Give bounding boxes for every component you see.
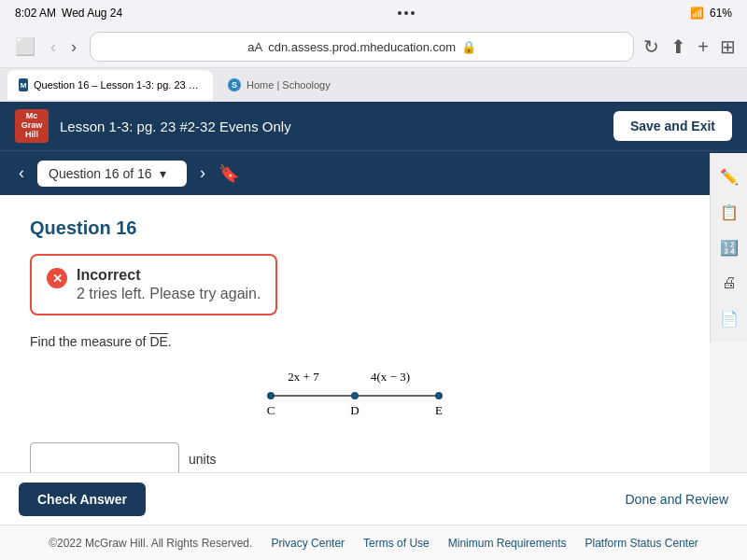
printer-tool-button[interactable]: 🖨 [713,267,745,299]
point-label-c: C [267,403,275,417]
dot2 [404,11,408,15]
tab-favicon-schoology: S [228,78,241,91]
tab-label-question16: Question 16 – Lesson 1-3: pg. 23 #2-32 E… [34,79,202,91]
answer-row: units [30,442,680,476]
address-bar[interactable]: aA cdn.assess.prod.mheducation.com 🔒 [90,32,634,62]
forward-button[interactable]: › [67,35,80,59]
question-prompt: Find the measure of DE. [30,334,680,349]
incorrect-subtitle: 2 tries left. Please try again. [77,286,261,302]
prev-question-button[interactable]: ‹ [15,160,28,187]
incorrect-message: Incorrect 2 tries left. Please try again… [77,267,261,302]
prompt-text: Find the measure of [30,334,149,349]
check-answer-button[interactable]: Check Answer [19,483,146,516]
answer-input[interactable] [30,442,179,476]
doc-tool-button[interactable]: 📄 [713,302,745,334]
browser-actions: ↻ ⬆ + ⊞ [643,35,736,58]
question-nav: ‹ Question 16 of 16 ▾ › 🔖 [0,150,747,195]
lock-icon: 🔒 [461,40,476,54]
platform-status-link[interactable]: Platform Status Center [585,537,698,550]
time: 8:02 AM [15,7,56,20]
wifi-icon: 📶 [690,7,704,20]
app-title: Lesson 1-3: pg. 23 #2-32 Evens Only [60,119,291,134]
question-title: Question 16 [30,217,680,239]
footer: ©2022 McGraw Hill. All Rights Reserved. … [0,525,747,560]
sidebar-toggle-button[interactable]: ⬜ [11,35,39,59]
browser-navigation: ⬜ ‹ › [11,35,80,59]
units-label: units [189,452,217,467]
point-label-d: D [350,403,359,417]
bookmark-icon[interactable]: 🔖 [218,163,239,184]
tab-question16[interactable]: M Question 16 – Lesson 1-3: pg. 23 #2-32… [7,70,213,100]
point-c [267,392,275,399]
segment-label-1: 2x + 7 [288,370,319,384]
segment-label-2: 4(x − 3) [371,370,410,384]
right-toolbar: ✏️ 📋 🔢 🖨 📄 [710,153,747,342]
tab-bar: M Question 16 – Lesson 1-3: pg. 23 #2-32… [0,68,747,102]
status-right: 📶 61% [690,7,732,20]
app-header: Mc Graw Hill Lesson 1-3: pg. 23 #2-32 Ev… [0,102,747,150]
dropdown-arrow-icon: ▾ [160,166,166,181]
aa-text: aA [247,40,262,54]
calculator-tool-button[interactable]: 🔢 [713,231,745,263]
save-exit-button[interactable]: Save and Exit [613,111,732,141]
point-label-e: E [435,403,443,417]
next-question-button[interactable]: › [196,160,209,187]
overline-de: DE [149,334,167,349]
mgh-logo: Mc Graw Hill [15,109,49,143]
status-left: 8:02 AM Wed Aug 24 [15,7,122,20]
incorrect-banner: ✕ Incorrect 2 tries left. Please try aga… [30,254,277,315]
main-content: Question 16 ✕ Incorrect 2 tries left. Pl… [0,195,710,520]
copyright-text: ©2022 McGraw Hill. All Rights Reserved. [49,537,252,550]
refresh-button[interactable]: ↻ [643,35,659,58]
question-selector[interactable]: Question 16 of 16 ▾ [37,161,187,187]
tab-schoology[interactable]: S Home | Schoology [217,70,342,100]
dot1 [398,11,402,15]
bottom-bar: Check Answer Done and Review [0,472,747,525]
app-header-left: Mc Graw Hill Lesson 1-3: pg. 23 #2-32 Ev… [15,109,291,143]
geometry-diagram: 2x + 7 4(x − 3) C D E [252,368,458,424]
done-review-link[interactable]: Done and Review [625,492,728,507]
logo-line3: Hill [25,131,38,140]
point-d [351,392,359,399]
tab-favicon-mgh: M [19,78,28,91]
tab-label-schoology: Home | Schoology [247,79,331,91]
point-e [435,392,443,399]
status-center [398,11,415,15]
url-text: cdn.assess.prod.mheducation.com [268,40,456,54]
minimum-requirements-link[interactable]: Minimum Requirements [448,537,567,550]
tabs-button[interactable]: ⊞ [720,35,736,58]
browser-chrome: ⬜ ‹ › aA cdn.assess.prod.mheducation.com… [0,26,747,68]
incorrect-title: Incorrect [77,267,261,284]
dot3 [411,11,415,15]
pencil-tool-button[interactable]: ✏️ [713,161,745,192]
privacy-center-link[interactable]: Privacy Center [271,537,345,550]
prompt-end: . [168,334,172,349]
back-button[interactable]: ‹ [47,35,60,59]
list-tool-button[interactable]: 📋 [713,196,745,228]
question-label: Question 16 of 16 [49,166,152,181]
day: Wed Aug 24 [62,7,122,20]
new-tab-button[interactable]: + [698,36,709,58]
terms-of-use-link[interactable]: Terms of Use [363,537,430,550]
status-bar: 8:02 AM Wed Aug 24 📶 61% [0,0,747,26]
incorrect-icon: ✕ [47,268,67,288]
share-button[interactable]: ⬆ [670,35,686,58]
battery-level: 61% [710,7,732,20]
diagram-area: 2x + 7 4(x − 3) C D E [30,368,680,424]
